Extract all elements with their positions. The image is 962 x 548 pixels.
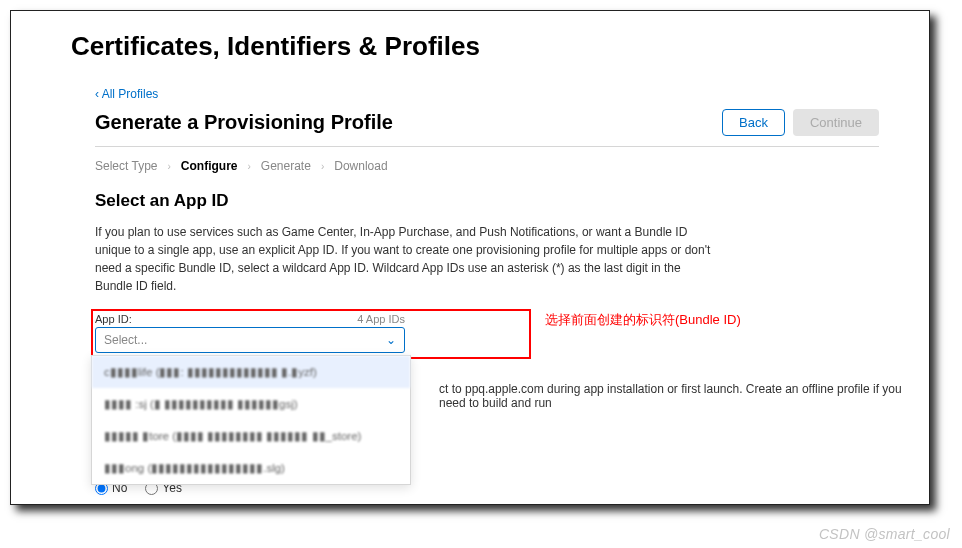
appid-option[interactable]: c▮▮▮▮life (▮▮▮: ▮▮▮▮▮▮▮▮▮▮▮▮▮ ▮.▮yzf) — [92, 356, 410, 388]
chevron-down-icon: ⌄ — [386, 333, 396, 347]
annotation-text: 选择前面创建的标识符(Bundle ID) — [545, 311, 741, 329]
appid-count: 4 App IDs — [357, 313, 405, 325]
appid-dropdown: c▮▮▮▮life (▮▮▮: ▮▮▮▮▮▮▮▮▮▮▮▮▮ ▮.▮yzf) ▮▮… — [91, 355, 411, 485]
partial-text: ct to ppq.apple.com during app installat… — [439, 382, 909, 410]
breadcrumb-step-3: Generate — [261, 159, 311, 173]
page-title: Certificates, Identifiers & Profiles — [71, 31, 879, 62]
description-text: If you plan to use services such as Game… — [95, 223, 715, 295]
breadcrumb-step-1[interactable]: Select Type — [95, 159, 157, 173]
field-label-row: App ID: 4 App IDs — [95, 313, 405, 325]
breadcrumb-step-4: Download — [334, 159, 387, 173]
content: ‹ All Profiles Generate a Provisioning P… — [71, 84, 879, 495]
appid-select[interactable]: Select... ⌄ — [95, 327, 405, 353]
appid-label: App ID: — [95, 313, 132, 325]
subtitle: Generate a Provisioning Profile — [95, 111, 393, 134]
appid-placeholder: Select... — [104, 333, 147, 347]
header-row: Generate a Provisioning Profile Back Con… — [95, 109, 879, 147]
breadcrumb-step-2: Configure — [181, 159, 238, 173]
page-frame: Certificates, Identifiers & Profiles ‹ A… — [10, 10, 930, 505]
chevron-right-icon: › — [167, 161, 170, 172]
appid-option[interactable]: ▮▮▮▮ :sj (▮ ▮▮▮▮▮▮▮▮▮▮ ▮▮▮▮▮▮gsj) — [92, 388, 410, 420]
appid-field: 选择前面创建的标识符(Bundle ID) App ID: 4 App IDs … — [95, 313, 415, 353]
breadcrumb: Select Type › Configure › Generate › Dow… — [95, 159, 879, 173]
back-button[interactable]: Back — [722, 109, 785, 136]
chevron-right-icon: › — [248, 161, 251, 172]
appid-option[interactable]: ▮▮▮▮▮ ▮tore (▮▮▮▮ ▮▮▮▮▮▮▮▮ ▮▮▮▮▮▮ ▮▮_sto… — [92, 420, 410, 452]
chevron-right-icon: › — [321, 161, 324, 172]
appid-option[interactable]: ▮▮▮ong (▮▮▮▮▮▮▮▮▮▮▮▮▮▮▮▮.slg) — [92, 452, 410, 484]
button-row: Back Continue — [722, 109, 879, 136]
continue-button: Continue — [793, 109, 879, 136]
section-title: Select an App ID — [95, 191, 879, 211]
watermark: CSDN @smart_cool — [819, 526, 950, 542]
back-link[interactable]: ‹ All Profiles — [95, 87, 158, 101]
